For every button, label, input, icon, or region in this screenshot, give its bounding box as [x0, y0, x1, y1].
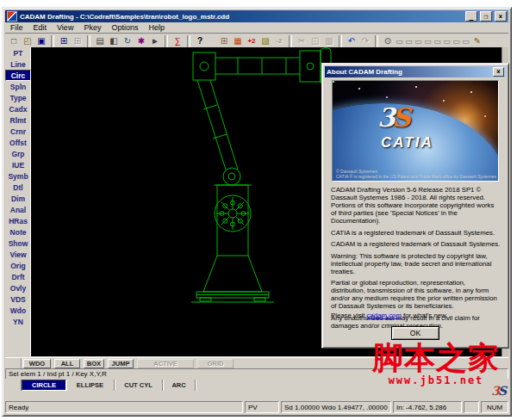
sidebar-item-dtl[interactable]: Dtl — [5, 182, 31, 193]
paste-icon[interactable]: ▥ — [322, 35, 336, 47]
cut-icon[interactable]: ✂ — [295, 35, 308, 47]
layer-icon[interactable]: ▨ — [258, 35, 272, 47]
window-title: CADAM Drafting - C:\Codraft\Samples\tran… — [20, 13, 463, 21]
sidebar-item-symb[interactable]: Symb — [5, 170, 31, 182]
dialog-title-bar[interactable]: About CADAM Drafting × — [325, 66, 506, 77]
sidebar-item-circ[interactable]: Circ — [5, 70, 31, 81]
menu-view[interactable]: View — [52, 23, 78, 32]
shape-button-row: CIRCLE ELLIPSE CUT CYL ARC — [5, 379, 508, 392]
viewport-slot-icon[interactable]: ▭ — [461, 35, 470, 47]
viewport-slot-icon[interactable]: ▭ — [433, 35, 442, 47]
sidebar-item-cadx[interactable]: Cadx — [5, 103, 31, 114]
viewport-slot-icon[interactable]: ▭ — [423, 35, 433, 47]
visit-suffix: for what's new. — [402, 312, 448, 319]
eraser-icon[interactable]: ✎ — [470, 35, 484, 47]
sidebar-item-hras[interactable]: HRas — [5, 215, 31, 226]
close-button[interactable]: × — [495, 11, 507, 22]
maximize-button[interactable]: ❐ — [480, 11, 492, 22]
minimize-button[interactable]: _ — [465, 11, 477, 22]
save-icon[interactable]: ▣ — [34, 35, 48, 47]
toolbar-separator — [87, 35, 90, 47]
menu-file[interactable]: File — [5, 23, 28, 32]
redo-icon[interactable]: ↷ — [358, 35, 372, 47]
circle-button[interactable]: CIRCLE — [22, 380, 66, 391]
viewport-slot-icon[interactable]: ▭ — [395, 35, 404, 47]
open-icon[interactable]: ◰ — [21, 35, 34, 47]
sidebar-item-wdo[interactable]: Wdo — [5, 305, 31, 316]
menu-help[interactable]: Help — [143, 23, 170, 32]
transform-icon[interactable]: ✱ — [134, 35, 148, 47]
viewport-slot-icon[interactable]: ▭ — [442, 35, 452, 47]
active-button[interactable]: ACTIVE — [137, 359, 194, 368]
copy-icon[interactable]: ◫ — [308, 35, 322, 47]
box-button[interactable]: BOX — [84, 359, 104, 368]
menu-pkey[interactable]: Pkey — [78, 23, 106, 32]
print-preview-icon[interactable]: ◧ — [107, 35, 121, 47]
toolbar-separator — [375, 35, 378, 47]
ok-button[interactable]: OK — [391, 326, 439, 340]
calculator-icon[interactable]: ⊞ — [217, 35, 231, 47]
sidebar-item-anal[interactable]: Anal — [5, 204, 31, 215]
refresh-icon[interactable]: ↻ — [121, 35, 134, 47]
overlay-icon[interactable]: ⊙ — [381, 35, 395, 47]
arc-button[interactable]: ARC — [163, 380, 196, 391]
dialog-paragraph: CADAM is a registered trademark of Dassa… — [331, 240, 501, 248]
status-num-lock: NUM — [481, 401, 508, 413]
print-icon[interactable]: ▤ — [93, 35, 107, 47]
ellipse-button[interactable]: ELLIPSE — [66, 380, 115, 391]
title-bar[interactable]: CADAM Drafting - C:\Codraft\Samples\tran… — [5, 10, 508, 22]
stars-decoration — [333, 81, 334, 83]
sidebar-item-vds[interactable]: VDS — [5, 293, 31, 305]
sidebar-item-dim[interactable]: Dim — [5, 193, 31, 204]
sidebar-item-pt[interactable]: PT — [5, 47, 31, 59]
grid-button[interactable]: GRID — [197, 359, 234, 368]
add-view-icon[interactable]: +2 — [245, 35, 258, 47]
context-help-icon[interactable]: ? — [193, 35, 207, 47]
frame-window-2-icon[interactable]: ⊞ — [71, 35, 84, 47]
viewport-slot-icon[interactable]: ▭ — [404, 35, 414, 47]
dialog-title: About CADAM Drafting — [327, 68, 493, 76]
viewport-slot-icon[interactable]: ▭ — [414, 35, 423, 47]
viewport-grid-icon[interactable]: ▦ — [231, 35, 245, 47]
jump-button[interactable]: JUMP — [108, 359, 134, 368]
sidebar-item-grp[interactable]: Grp — [5, 148, 31, 159]
sidebar-item-view[interactable]: View — [5, 249, 31, 260]
frame-window-icon[interactable]: ⊞ — [57, 35, 71, 47]
menu-options[interactable]: Options — [106, 23, 143, 32]
select-arrow-icon[interactable]: ► — [148, 35, 162, 47]
undo-icon[interactable]: ↶ — [345, 35, 358, 47]
toolbar: □ ◰ ▣ ⊞ ⊞ ▤ ◧ ↻ ✱ ► ∑ ? — [5, 33, 508, 48]
sidebar-item-iue[interactable]: IUE — [5, 159, 31, 170]
sidebar-item-show[interactable]: Show — [5, 238, 31, 249]
dialog-close-icon[interactable]: × — [493, 67, 504, 77]
sidebar-item-rlmt[interactable]: Rlmt — [5, 114, 31, 126]
dialog-paragraph: CADAM Drafting Version 5-6 Release 2018 … — [331, 186, 501, 225]
toolbar-separator — [339, 35, 342, 47]
sidebar-item-offst[interactable]: Offst — [5, 137, 31, 148]
plot-icon[interactable]: ∑ — [171, 35, 184, 47]
sidebar-item-yn[interactable]: YN — [5, 316, 31, 327]
sidebar-item-spln[interactable]: Spln — [5, 81, 31, 92]
all-button[interactable]: ALL — [54, 359, 80, 368]
sidebar-item-type[interactable]: Type — [5, 92, 31, 103]
sidebar-item-drft[interactable]: Drft — [5, 271, 31, 282]
remove-view-icon[interactable]: -2 — [272, 35, 286, 47]
sidebar-item-crnr[interactable]: Crnr — [5, 126, 31, 137]
menu-edit[interactable]: Edit — [28, 23, 53, 32]
dialog-paragraph: Partial or global reproduction, represen… — [331, 279, 501, 310]
toolbar-gap — [207, 35, 217, 47]
new-icon[interactable]: □ — [7, 35, 21, 47]
sidebar-item-ovly[interactable]: Ovly — [5, 282, 31, 293]
cut-cyl-button[interactable]: CUT CYL — [115, 380, 163, 391]
cadam-com-link[interactable]: cadam.com — [367, 312, 402, 319]
sidebar-item-orig[interactable]: Orig — [5, 260, 31, 271]
catia-wordmark: CATIA — [381, 134, 433, 151]
wdo-button[interactable]: WDO — [23, 359, 51, 368]
viewport-slot-icon[interactable]: ▭ — [452, 35, 461, 47]
sidebar-item-note[interactable]: Note — [5, 226, 31, 238]
dassault-corner-logo: 3S — [491, 385, 507, 397]
visit-prefix: Please visit — [331, 312, 367, 319]
dassault-3ds-logo: 3S — [377, 105, 411, 131]
sidebar-item-line[interactable]: Line — [5, 59, 31, 70]
status-scale: Sd 1.00000 Wdo 1.49477, .00000 — [281, 401, 391, 413]
